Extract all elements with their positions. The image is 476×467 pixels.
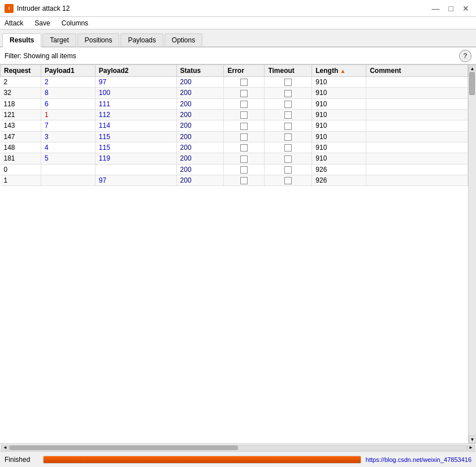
cell-length: 910 [312, 98, 366, 109]
cell-timeout[interactable] [265, 120, 312, 131]
table-row[interactable]: 328100200910 [1, 88, 468, 98]
cell-payload1: 7 [41, 120, 95, 131]
hscroll-thumb[interactable] [10, 446, 238, 450]
results-table: Request Payload1 Payload2 Status Error T… [0, 64, 468, 186]
hscroll-right-arrow[interactable]: ► [467, 445, 475, 451]
cell-timeout[interactable] [265, 98, 312, 109]
vscroll-up-arrow[interactable]: ▲ [469, 64, 477, 72]
close-button[interactable]: ✕ [460, 5, 471, 12]
error-checkbox[interactable] [240, 79, 248, 86]
col-header-payload1[interactable]: Payload1 [41, 65, 95, 77]
cell-error[interactable] [224, 98, 265, 109]
vscroll-thumb[interactable] [469, 72, 475, 95]
tab-results[interactable]: Results [2, 33, 41, 47]
error-checkbox[interactable] [240, 133, 248, 141]
table-row[interactable]: 1211112200910 [1, 109, 468, 120]
cell-timeout[interactable] [265, 175, 312, 185]
table-wrapper[interactable]: Request Payload1 Payload2 Status Error T… [0, 64, 468, 443]
horizontal-scrollbar[interactable]: ◄ ► [0, 443, 476, 451]
timeout-checkbox[interactable] [284, 177, 292, 184]
timeout-checkbox[interactable] [284, 79, 292, 86]
cell-payload2: 97 [95, 175, 176, 185]
col-header-payload2[interactable]: Payload2 [95, 65, 176, 77]
timeout-checkbox[interactable] [284, 133, 292, 141]
menu-save[interactable]: Save [32, 19, 52, 28]
table-row[interactable]: 1484115200910 [1, 142, 468, 153]
cell-timeout[interactable] [265, 109, 312, 120]
col-header-timeout[interactable]: Timeout [265, 65, 312, 77]
table-body: 2297200910328100200910118611120091012111… [1, 77, 468, 186]
help-button[interactable]: ? [459, 50, 471, 62]
table-row[interactable]: 0200926 [1, 164, 468, 175]
table-row[interactable]: 197200926 [1, 175, 468, 185]
timeout-checkbox[interactable] [284, 111, 292, 119]
error-checkbox[interactable] [240, 111, 248, 119]
vscroll-track[interactable] [469, 72, 477, 435]
cell-error[interactable] [224, 153, 265, 164]
timeout-checkbox[interactable] [284, 123, 292, 130]
error-checkbox[interactable] [240, 177, 248, 184]
cell-request: 121 [1, 109, 41, 120]
cell-timeout[interactable] [265, 131, 312, 142]
table-row[interactable]: 1815119200910 [1, 153, 468, 164]
progress-bar-fill [44, 456, 361, 463]
timeout-checkbox[interactable] [284, 101, 292, 108]
error-checkbox[interactable] [240, 155, 248, 163]
cell-error[interactable] [224, 142, 265, 153]
cell-error[interactable] [224, 88, 265, 98]
cell-length: 910 [312, 88, 366, 98]
menu-columns[interactable]: Columns [59, 19, 90, 28]
maximize-button[interactable]: □ [447, 5, 456, 12]
cell-timeout[interactable] [265, 142, 312, 153]
tab-options[interactable]: Options [165, 33, 202, 46]
table-row[interactable]: 2297200910 [1, 77, 468, 88]
cell-timeout[interactable] [265, 77, 312, 88]
cell-timeout[interactable] [265, 153, 312, 164]
error-checkbox[interactable] [240, 144, 248, 152]
cell-comment [366, 77, 468, 88]
cell-error[interactable] [224, 109, 265, 120]
tab-target[interactable]: Target [42, 33, 76, 46]
cell-error[interactable] [224, 77, 265, 88]
error-checkbox[interactable] [240, 123, 248, 130]
timeout-checkbox[interactable] [284, 144, 292, 152]
cell-request: 0 [1, 164, 41, 175]
table-and-scroll: Request Payload1 Payload2 Status Error T… [0, 64, 476, 443]
cell-payload2: 114 [95, 120, 176, 131]
cell-timeout[interactable] [265, 164, 312, 175]
hscroll-track[interactable] [9, 445, 467, 451]
cell-error[interactable] [224, 175, 265, 185]
table-row[interactable]: 1437114200910 [1, 120, 468, 131]
error-checkbox[interactable] [240, 90, 248, 97]
cell-status: 200 [176, 77, 224, 88]
minimize-button[interactable]: — [430, 5, 442, 12]
app-icon: I [5, 4, 14, 13]
timeout-checkbox[interactable] [284, 166, 292, 174]
menu-attack[interactable]: Attack [2, 19, 25, 28]
col-header-status[interactable]: Status [176, 65, 224, 77]
error-checkbox[interactable] [240, 166, 248, 174]
col-header-length[interactable]: Length ▲ [312, 65, 366, 77]
vscroll-down-arrow[interactable]: ▼ [469, 435, 477, 443]
col-header-request[interactable]: Request [1, 65, 41, 77]
cell-error[interactable] [224, 131, 265, 142]
hscroll-left-arrow[interactable]: ◄ [1, 445, 9, 451]
tab-payloads[interactable]: Payloads [120, 33, 163, 46]
col-header-error[interactable]: Error [224, 65, 265, 77]
cell-payload2: 119 [95, 153, 176, 164]
timeout-checkbox[interactable] [284, 90, 292, 97]
tab-positions[interactable]: Positions [77, 33, 120, 46]
col-header-comment[interactable]: Comment [366, 65, 468, 77]
vertical-scrollbar[interactable]: ▲ ▼ [468, 64, 476, 443]
window-title: Intruder attack 12 [17, 5, 70, 12]
cell-timeout[interactable] [265, 88, 312, 98]
cell-error[interactable] [224, 120, 265, 131]
cell-error[interactable] [224, 164, 265, 175]
table-row[interactable]: 1186111200910 [1, 98, 468, 109]
error-checkbox[interactable] [240, 101, 248, 108]
cell-status: 200 [176, 98, 224, 109]
status-url[interactable]: https://blog.csdn.net/weixin_47853416 [366, 456, 471, 463]
timeout-checkbox[interactable] [284, 155, 292, 163]
table-row[interactable]: 1473115200910 [1, 131, 468, 142]
cell-length: 910 [312, 109, 366, 120]
